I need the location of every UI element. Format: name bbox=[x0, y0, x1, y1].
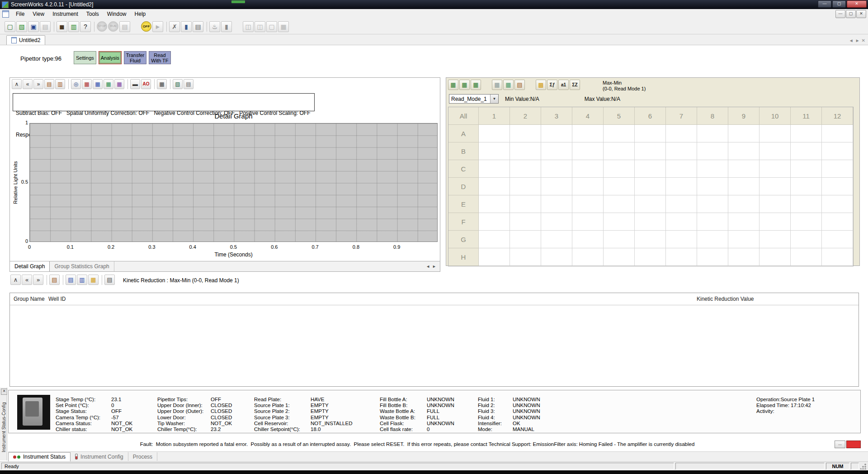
graph-tab-detail-graph[interactable]: Detail Graph bbox=[10, 261, 50, 271]
well-H12[interactable] bbox=[822, 248, 853, 266]
taskbar-app-icon[interactable] bbox=[231, 0, 245, 3]
plate-col-11[interactable]: 11 bbox=[791, 107, 822, 125]
menu-help[interactable]: Help bbox=[131, 10, 150, 18]
well-D4[interactable] bbox=[572, 178, 604, 195]
well-C7[interactable] bbox=[666, 160, 697, 178]
minimize-button[interactable]: — bbox=[818, 0, 831, 8]
plate-col-4[interactable]: 4 bbox=[572, 107, 604, 125]
well-B3[interactable] bbox=[541, 142, 572, 160]
mdi-document-icon[interactable] bbox=[2, 10, 9, 18]
well-E5[interactable] bbox=[604, 195, 635, 213]
well-C8[interactable] bbox=[697, 160, 728, 178]
copy-results-icon[interactable]: ▤ bbox=[49, 275, 60, 285]
snapshot-icon[interactable]: ▧ bbox=[173, 79, 183, 89]
well-C9[interactable] bbox=[728, 160, 760, 178]
well-F8[interactable] bbox=[697, 213, 728, 231]
zoom-icon[interactable]: ◎ bbox=[71, 79, 81, 89]
plate-view-3-icon[interactable]: ▦ bbox=[471, 80, 481, 90]
table-view-icon[interactable]: ▦ bbox=[157, 79, 167, 89]
kinetic-results-table[interactable]: Group Name Well ID Kinetic Reduction Val… bbox=[9, 293, 859, 387]
well-F11[interactable] bbox=[791, 213, 822, 231]
copy-graph-icon[interactable]: ▤ bbox=[44, 79, 54, 89]
well-B7[interactable] bbox=[666, 142, 697, 160]
well-C6[interactable] bbox=[635, 160, 666, 178]
menu-tools[interactable]: Tools bbox=[82, 10, 103, 18]
well-H6[interactable] bbox=[635, 248, 666, 266]
well-C10[interactable] bbox=[760, 160, 791, 178]
well-H8[interactable] bbox=[697, 248, 728, 266]
pipette-icon[interactable]: ▮ bbox=[181, 21, 192, 32]
dispenser-icon[interactable]: ▮ bbox=[221, 21, 232, 32]
well-D6[interactable] bbox=[635, 178, 666, 195]
well-B1[interactable] bbox=[479, 142, 510, 160]
well-F4[interactable] bbox=[572, 213, 604, 231]
tab-close-icon[interactable]: ✕ bbox=[862, 38, 865, 43]
plate-col-1[interactable]: 1 bbox=[479, 107, 510, 125]
collapse-icon[interactable]: ∧ bbox=[10, 275, 21, 285]
plate-view-1-icon[interactable]: ▦ bbox=[448, 80, 458, 90]
menu-instrument[interactable]: Instrument bbox=[48, 10, 82, 18]
well-E12[interactable] bbox=[822, 195, 853, 213]
well-C1[interactable] bbox=[479, 160, 510, 178]
well-F6[interactable] bbox=[635, 213, 666, 231]
well-G9[interactable] bbox=[728, 231, 760, 248]
format-wells-icon[interactable]: a1 bbox=[558, 80, 569, 90]
chart-style-green-icon[interactable]: ▦ bbox=[104, 79, 113, 89]
page-next-icon[interactable]: » bbox=[33, 275, 43, 285]
plate-row-A[interactable]: A bbox=[448, 125, 479, 142]
menu-view[interactable]: View bbox=[28, 10, 48, 18]
graph-tab-group-statistics-graph[interactable]: Group Statistics Graph bbox=[50, 261, 114, 271]
plate-row-E[interactable]: E bbox=[448, 195, 479, 213]
well-C2[interactable] bbox=[510, 160, 541, 178]
plate-col-9[interactable]: 9 bbox=[728, 107, 760, 125]
export-graph-icon[interactable]: ▤ bbox=[184, 79, 193, 89]
pipette-protocol-icon[interactable]: ▤ bbox=[193, 21, 203, 32]
dock-close-icon[interactable]: ✕ bbox=[1, 389, 7, 395]
read-mode-select[interactable]: Read_Mode_1 ▼ bbox=[449, 94, 499, 104]
plate-colormap-icon[interactable]: ▩ bbox=[536, 80, 546, 90]
well-E3[interactable] bbox=[541, 195, 572, 213]
chart-style-blue-icon[interactable]: ▦ bbox=[93, 79, 103, 89]
well-H4[interactable] bbox=[572, 248, 604, 266]
tab-instrument-config[interactable]: Instrument Config bbox=[71, 452, 128, 461]
well-F3[interactable] bbox=[541, 213, 572, 231]
plate-paste-icon[interactable]: ▤ bbox=[514, 80, 525, 90]
collapse-icon[interactable]: ∧ bbox=[12, 79, 22, 89]
well-D11[interactable] bbox=[791, 178, 822, 195]
well-A10[interactable] bbox=[760, 125, 791, 142]
well-B8[interactable] bbox=[697, 142, 728, 160]
well-D2[interactable] bbox=[510, 178, 541, 195]
plate-row-H[interactable]: H bbox=[448, 248, 479, 266]
well-H1[interactable] bbox=[479, 248, 510, 266]
paste-graph-icon[interactable]: ▥ bbox=[55, 79, 65, 89]
well-G1[interactable] bbox=[479, 231, 510, 248]
well-F5[interactable] bbox=[604, 213, 635, 231]
line-style-icon[interactable]: ▬ bbox=[130, 79, 140, 89]
plate-col-8[interactable]: 8 bbox=[697, 107, 728, 125]
well-H2[interactable] bbox=[510, 248, 541, 266]
plate-col-7[interactable]: 7 bbox=[666, 107, 697, 125]
well-F9[interactable] bbox=[728, 213, 760, 231]
plate-blank-icon[interactable]: ▦ bbox=[492, 80, 502, 90]
well-A5[interactable] bbox=[604, 125, 635, 142]
analysis-button[interactable]: Analysis bbox=[99, 51, 122, 64]
maximize-button[interactable]: ▢ bbox=[832, 0, 846, 8]
well-B4[interactable] bbox=[572, 142, 604, 160]
transfer-fluid-button[interactable]: Transfer Fluid bbox=[124, 51, 147, 64]
well-E2[interactable] bbox=[510, 195, 541, 213]
tab-next-icon[interactable]: ► bbox=[855, 38, 860, 43]
well-B2[interactable] bbox=[510, 142, 541, 160]
well-G5[interactable] bbox=[604, 231, 635, 248]
plate-col-6[interactable]: 6 bbox=[635, 107, 666, 125]
list-view-icon[interactable]: ▤ bbox=[66, 275, 76, 285]
well-A12[interactable] bbox=[822, 125, 853, 142]
plate-row-F[interactable]: F bbox=[448, 213, 479, 231]
graph-tab-next-icon[interactable]: ► bbox=[432, 264, 436, 269]
well-B10[interactable] bbox=[760, 142, 791, 160]
well-D3[interactable] bbox=[541, 178, 572, 195]
well-H5[interactable] bbox=[604, 248, 635, 266]
well-C4[interactable] bbox=[572, 160, 604, 178]
plate-row-C[interactable]: C bbox=[448, 160, 479, 178]
well-E11[interactable] bbox=[791, 195, 822, 213]
well-F10[interactable] bbox=[760, 213, 791, 231]
